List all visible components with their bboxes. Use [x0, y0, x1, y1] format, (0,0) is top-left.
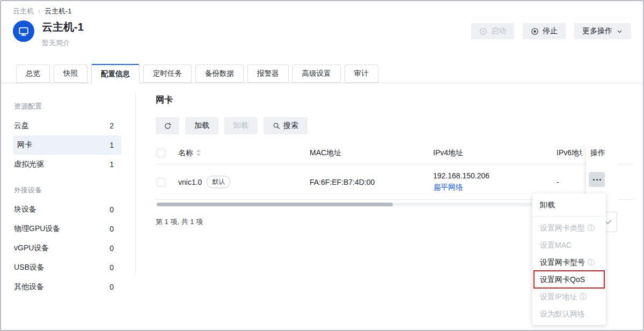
menu-item-label: 设置网卡QoS: [540, 275, 585, 284]
sidebar-section-resource-config: 资源配置: [13, 97, 126, 116]
info-icon: ⓘ: [588, 224, 595, 232]
tab-snapshot[interactable]: 快照: [54, 64, 87, 83]
default-badge: 默认: [207, 176, 230, 188]
tab-bar: 总览 快照 配置信息 定时任务 备份数据 报警器 高级设置 审计: [1, 64, 643, 83]
nic-mac: FA:6F:EF:B7:4D:00: [310, 178, 375, 186]
dot-icon: [599, 179, 601, 181]
tab-config-info[interactable]: 配置信息: [91, 64, 140, 83]
nic-ipv4: 192.168.150.206: [433, 171, 489, 180]
breadcrumb-separator-icon: ›: [38, 8, 40, 15]
breadcrumb-current: 云主机-1: [45, 6, 72, 16]
sidebar-item-label: USB设备: [14, 263, 45, 272]
sidebar-item-count: 0: [109, 244, 114, 253]
sidebar-item-count: 0: [109, 205, 114, 214]
nic-ipv6: -: [557, 178, 559, 186]
sidebar-item-block-device[interactable]: 块设备 0: [13, 200, 121, 219]
menu-item-set-mac[interactable]: 设置MAC: [532, 236, 606, 254]
sidebar-item-vgpu[interactable]: vGPU设备 0: [13, 239, 121, 258]
sidebar-item-count: 0: [109, 263, 114, 272]
table-header-row: 名称 MAC地址 IPv4地址 IPv6地址: [156, 142, 633, 164]
sidebar-item-physical-gpu[interactable]: 物理GPU设备 0: [13, 219, 121, 239]
sidebar-item-label: 物理GPU设备: [14, 224, 60, 234]
menu-item-set-nic-model[interactable]: 设置网卡型号ⓘ: [532, 254, 606, 271]
refresh-icon: [164, 122, 172, 130]
breadcrumb: 云主机 › 云主机-1: [13, 6, 72, 16]
sidebar-item-virtual-cdrom[interactable]: 虚拟光驱 1: [13, 155, 121, 174]
page-subtitle: 暂无简介: [42, 38, 84, 48]
tab-backup-data[interactable]: 备份数据: [195, 64, 244, 83]
stop-circle-icon: [531, 27, 539, 35]
menu-divider: [532, 216, 606, 217]
breadcrumb-root[interactable]: 云主机: [13, 6, 34, 16]
sidebar-item-usb[interactable]: USB设备 0: [13, 258, 121, 277]
more-actions-button[interactable]: 更多操作: [574, 23, 631, 39]
tab-audit[interactable]: 审计: [345, 64, 378, 83]
tab-advanced-settings[interactable]: 高级设置: [292, 64, 341, 83]
menu-item-set-nic-type[interactable]: 设置网卡类型ⓘ: [532, 219, 606, 236]
dot-icon: [593, 179, 595, 181]
page-title: 云主机-1: [42, 20, 84, 33]
nic-toolbar: 加载 卸载 搜索: [156, 117, 633, 134]
menu-item-set-ip-address[interactable]: 设置IP地址ⓘ: [532, 288, 606, 305]
dot-icon: [596, 179, 598, 181]
monitor-icon: [18, 25, 30, 37]
title-block: 云主机-1 暂无简介: [42, 20, 84, 48]
page-header: 云主机-1 暂无简介: [13, 20, 84, 48]
row-actions-menu: 卸载 设置网卡类型ⓘ 设置MAC 设置网卡型号ⓘ 设置网卡QoS 设置IP地址ⓘ…: [532, 193, 606, 325]
tab-scheduled-tasks[interactable]: 定时任务: [143, 64, 192, 83]
network-link[interactable]: 扁平网络: [433, 183, 489, 192]
sidebar-divider: [135, 93, 136, 273]
menu-item-set-nic-qos[interactable]: 设置网卡QoS: [532, 271, 606, 288]
stop-button[interactable]: 停止: [523, 23, 566, 39]
menu-item-detach[interactable]: 卸载: [532, 196, 606, 213]
header-actions: 启动 停止 更多操作: [471, 23, 631, 39]
attach-button[interactable]: 加载: [185, 117, 218, 134]
tab-overview[interactable]: 总览: [16, 64, 50, 83]
refresh-button[interactable]: [156, 117, 179, 134]
sidebar-item-label: 云盘: [14, 121, 29, 131]
start-button-label: 启动: [491, 26, 506, 36]
vm-detail-page: 云主机 › 云主机-1 云主机-1 暂无简介 启动 停止: [0, 0, 644, 331]
menu-item-set-default-network[interactable]: 设为默认网络: [532, 305, 606, 322]
search-button-label: 搜索: [283, 121, 298, 131]
search-button[interactable]: 搜索: [264, 117, 308, 134]
sidebar-item-label: 网卡: [17, 140, 32, 150]
row-actions-button[interactable]: [589, 172, 605, 187]
menu-item-label: 设置IP地址: [540, 292, 577, 301]
nic-name: vnic1.0: [178, 178, 202, 186]
sort-icon[interactable]: [196, 149, 201, 156]
sidebar-item-count: 1: [109, 160, 114, 169]
menu-item-label: 设置MAC: [540, 241, 572, 249]
menu-item-label: 卸载: [540, 200, 555, 209]
sidebar-item-count: 1: [109, 141, 114, 149]
menu-item-label: 设置网卡类型: [540, 224, 585, 232]
column-header-name[interactable]: 名称: [178, 148, 193, 158]
more-actions-label: 更多操作: [582, 26, 612, 36]
check-icon: [605, 218, 612, 226]
play-circle-icon: [479, 27, 487, 35]
select-all-checkbox[interactable]: [157, 149, 165, 157]
sidebar-item-label: 块设备: [14, 205, 36, 214]
menu-item-label: 设为默认网络: [540, 310, 585, 318]
sidebar-item-label: 其他设备: [14, 282, 44, 292]
sidebar-item-count: 2: [109, 121, 114, 130]
row-checkbox[interactable]: [157, 178, 165, 186]
vm-avatar: [13, 20, 34, 42]
info-icon: ⓘ: [588, 258, 595, 267]
action-column: 操作: [586, 142, 618, 200]
sidebar-item-count: 0: [109, 225, 114, 233]
sidebar-item-cloud-disk[interactable]: 云盘 2: [13, 116, 121, 135]
tab-alarms[interactable]: 报警器: [247, 64, 289, 83]
column-header-ipv4: IPv4地址: [433, 148, 463, 158]
sidebar-item-other-device[interactable]: 其他设备 0: [13, 277, 121, 297]
chevron-down-icon: [616, 28, 623, 35]
column-header-mac: MAC地址: [310, 148, 341, 158]
config-sidebar: 资源配置 云盘 2 网卡 1 虚拟光驱 1 外接设备 块设备 0 物理GPU设备…: [13, 97, 126, 297]
sidebar-item-label: 虚拟光驱: [14, 160, 44, 169]
start-button[interactable]: 启动: [471, 23, 514, 39]
sidebar-section-external-devices: 外接设备: [13, 181, 126, 200]
sidebar-item-nic[interactable]: 网卡 1: [13, 135, 121, 155]
scrollbar-thumb[interactable]: [157, 203, 393, 206]
detach-button[interactable]: 卸载: [224, 117, 258, 134]
search-icon: [273, 122, 280, 129]
